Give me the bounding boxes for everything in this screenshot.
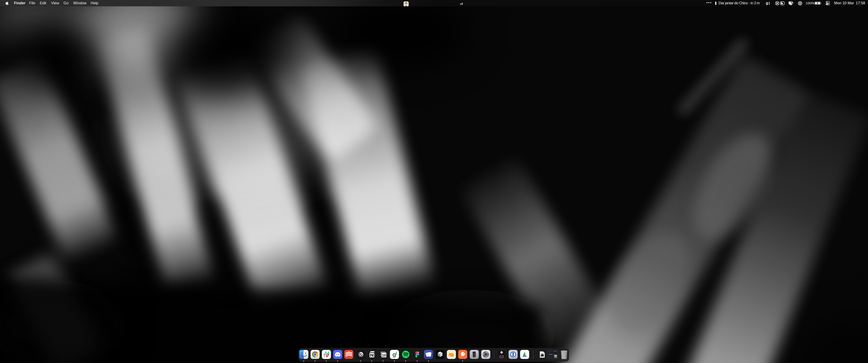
svg-text:g: g [393, 351, 396, 358]
svg-text:10: 10 [382, 354, 386, 357]
svg-text:raycast: raycast [499, 355, 504, 357]
